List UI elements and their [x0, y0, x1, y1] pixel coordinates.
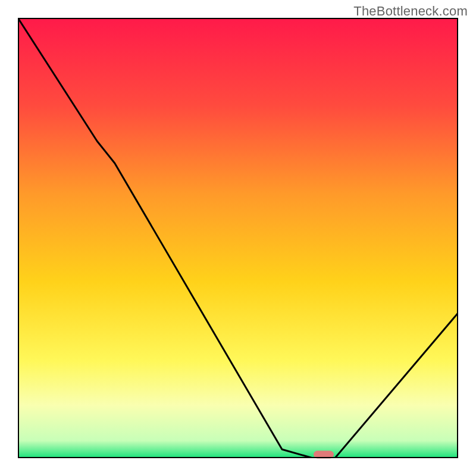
curve-layer [18, 18, 458, 458]
bottleneck-curve [18, 18, 458, 458]
optimal-marker [314, 451, 334, 459]
plot-area [18, 18, 458, 458]
watermark-text: TheBottleneck.com [353, 4, 468, 19]
